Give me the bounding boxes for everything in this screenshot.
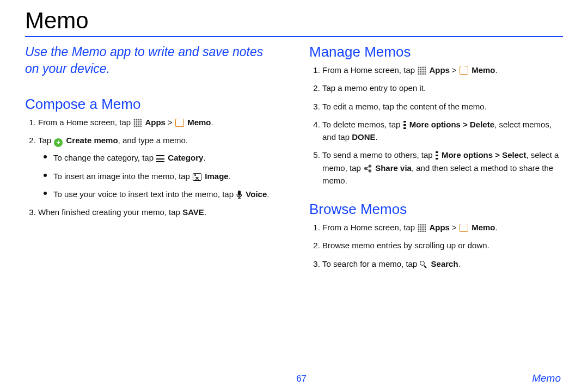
text: To use your voice to insert text into th… — [53, 189, 236, 199]
svg-point-12 — [134, 126, 136, 127]
bold-save: SAVE — [182, 207, 204, 217]
svg-point-1 — [136, 119, 138, 121]
svg-point-27 — [418, 71, 420, 73]
svg-point-32 — [420, 74, 422, 75]
svg-point-22 — [425, 67, 426, 69]
text: From a Home screen, tap — [322, 223, 417, 232]
svg-point-3 — [140, 119, 142, 121]
text: To search for a memo, tap — [322, 259, 419, 268]
svg-point-2 — [138, 119, 140, 121]
svg-point-8 — [134, 124, 136, 125]
list-item: Tap + Create memo, and type a memo. To c… — [38, 134, 279, 200]
compose-steps: From a Home screen, tap Apps > Memo. — [25, 116, 279, 218]
text: Tap — [38, 136, 53, 145]
text: > — [166, 118, 175, 127]
search-icon — [420, 261, 427, 268]
svg-point-21 — [422, 67, 424, 69]
svg-point-40 — [418, 224, 420, 226]
svg-point-30 — [425, 71, 426, 73]
svg-point-52 — [418, 231, 420, 232]
bold-delete: > Delete — [461, 120, 494, 129]
text: To change the category, tap — [53, 153, 156, 162]
more-options-icon — [403, 121, 406, 129]
page-footer: 67 Memo — [25, 372, 563, 387]
list-item: To insert an image into the memo, tap Im… — [44, 170, 279, 182]
svg-point-13 — [136, 126, 138, 127]
list-item: When finished creating your memo, tap SA… — [38, 206, 279, 218]
svg-point-7 — [140, 121, 142, 123]
bold-memo: Memo — [471, 65, 495, 75]
bold-image: Image — [205, 171, 228, 181]
text: To send a memo to others, tap — [322, 150, 435, 160]
svg-point-23 — [418, 69, 420, 71]
svg-point-45 — [420, 226, 422, 228]
text: To delete memos, tap — [322, 120, 403, 129]
svg-point-0 — [134, 119, 136, 121]
bold-done: DONE — [352, 132, 375, 142]
title-rule — [25, 36, 563, 37]
bold-apps: Apps — [145, 118, 166, 127]
bold-more: More options — [442, 150, 493, 160]
svg-point-4 — [134, 121, 136, 123]
list-item: From a Home screen, tap Apps > Memo. — [322, 64, 563, 76]
bold-more: More options — [409, 120, 461, 129]
bold-voice: Voice — [246, 189, 267, 199]
bold-apps: Apps — [429, 223, 450, 232]
apps-icon — [418, 224, 426, 232]
share-icon — [364, 164, 372, 173]
svg-point-46 — [422, 226, 424, 228]
svg-point-53 — [420, 231, 422, 232]
svg-point-49 — [420, 229, 422, 230]
list-item: Browse memo entries by scrolling up or d… — [322, 239, 563, 252]
category-icon — [156, 155, 164, 162]
svg-line-39 — [366, 169, 369, 170]
page-title: Memo — [25, 8, 563, 34]
svg-point-10 — [138, 124, 140, 125]
svg-point-28 — [420, 71, 422, 73]
manage-steps: From a Home screen, tap Apps > Memo. Tap… — [309, 64, 563, 187]
svg-point-6 — [138, 121, 140, 123]
text: From a Home screen, tap — [38, 118, 133, 127]
bold-share: Share via — [375, 163, 412, 173]
bold-create: Create memo — [66, 136, 118, 145]
svg-point-26 — [425, 69, 426, 71]
image-icon — [193, 173, 201, 181]
footer-section-label: Memo — [532, 372, 561, 384]
svg-point-34 — [425, 74, 426, 75]
svg-point-11 — [140, 124, 142, 125]
memo-icon — [175, 119, 184, 127]
bold-search: Search — [431, 259, 458, 268]
page-number: 67 — [296, 373, 307, 384]
intro-text: Use the Memo app to write and save notes… — [25, 44, 279, 77]
svg-point-5 — [136, 121, 138, 123]
manage-heading: Manage Memos — [309, 44, 563, 60]
text: > — [450, 223, 459, 232]
text: To insert an image into the memo, tap — [53, 171, 192, 181]
svg-point-20 — [420, 67, 422, 69]
bold-memo: Memo — [471, 223, 495, 232]
svg-point-31 — [418, 74, 420, 75]
svg-point-15 — [140, 126, 142, 127]
memo-icon — [460, 66, 468, 75]
browse-heading: Browse Memos — [309, 201, 563, 218]
svg-rect-16 — [238, 191, 241, 195]
right-column: Manage Memos From a Home screen, tap App… — [309, 44, 563, 372]
bold-select: > Select — [493, 150, 526, 160]
text: , and type a memo. — [118, 136, 188, 145]
apps-icon — [418, 66, 426, 75]
svg-point-25 — [422, 69, 424, 71]
compose-heading: Compose a Memo — [25, 96, 279, 113]
svg-point-24 — [420, 69, 422, 71]
svg-point-29 — [422, 71, 424, 73]
list-item: To send a memo to others, tap More optio… — [322, 149, 563, 187]
svg-point-42 — [422, 224, 424, 226]
list-item: From a Home screen, tap Apps > Memo. — [322, 221, 563, 234]
list-item: To change the category, tap Category. — [44, 151, 279, 164]
svg-point-33 — [422, 74, 424, 75]
svg-point-43 — [425, 224, 426, 226]
svg-point-50 — [422, 229, 424, 230]
apps-icon — [133, 119, 142, 127]
text: > — [450, 65, 459, 75]
list-item: To use your voice to insert text into th… — [44, 188, 279, 200]
svg-point-54 — [422, 231, 424, 232]
